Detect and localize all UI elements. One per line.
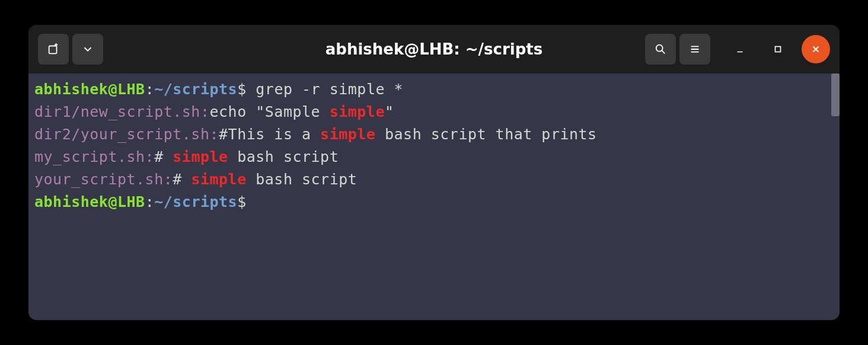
grep-result-line: my_script.sh:# simple bash script [34,146,834,168]
new-tab-button[interactable] [38,34,69,65]
result-before: # [154,148,173,165]
terminal-body[interactable]: abhishek@LHB:~/scripts$ grep -r simple *… [28,74,840,320]
window-title: abhishek@LHB: ~/scripts [28,40,840,58]
result-filename: dir1/new_script.sh: [34,103,209,120]
titlebar: abhishek@LHB: ~/scripts [28,25,840,74]
result-after: bash script that prints [375,126,596,143]
result-filename: my_script.sh: [34,148,154,165]
prompt-user-host: abhishek@LHB [34,193,145,210]
result-match: simple [173,148,228,165]
grep-result-line: dir2/your_script.sh:#This is a simple ba… [34,123,834,146]
scrollbar-thumb[interactable] [831,74,840,116]
prompt-dollar: $ [237,81,247,98]
result-after: bash script [228,148,339,165]
prompt-colon: : [145,81,155,98]
prompt-colon: : [145,193,155,210]
close-button[interactable] [802,35,830,63]
search-button[interactable] [645,34,676,65]
result-after: " [385,103,394,120]
result-before: # [173,171,191,188]
result-match: simple [191,171,246,188]
terminal-window: abhishek@LHB: ~/scripts abhishek@LHB:~/s… [28,25,840,320]
prompt-path: /scripts [164,193,237,210]
result-before: #This is a [219,126,320,143]
result-match: simple [320,126,375,143]
grep-result-line: your_script.sh:# simple bash script [34,168,834,191]
tab-dropdown-button[interactable] [72,34,103,65]
svg-point-3 [656,45,663,52]
grep-result-line: dir1/new_script.sh:echo "Sample simple" [34,101,834,123]
prompt-dollar: $ [237,193,247,210]
result-before: echo "Sample [209,103,329,120]
prompt-path-tilde: ~ [154,81,164,98]
result-filename: your_script.sh: [34,171,173,188]
svg-rect-0 [49,46,57,54]
minimize-button[interactable] [726,35,754,63]
hamburger-menu-button[interactable] [679,34,710,65]
result-after: bash script [247,171,358,188]
prompt-path-tilde: ~ [154,193,164,210]
svg-line-4 [662,50,665,53]
command-text: grep -r simple * [247,81,403,98]
maximize-button[interactable] [764,35,792,63]
result-match: simple [330,103,385,120]
result-filename: dir2/your_script.sh: [34,126,219,143]
svg-rect-9 [776,47,781,52]
prompt-line: abhishek@LHB:~/scripts$ [34,191,834,213]
prompt-path: /scripts [164,81,237,98]
prompt-line: abhishek@LHB:~/scripts$ grep -r simple * [34,78,834,101]
prompt-user-host: abhishek@LHB [34,81,145,98]
